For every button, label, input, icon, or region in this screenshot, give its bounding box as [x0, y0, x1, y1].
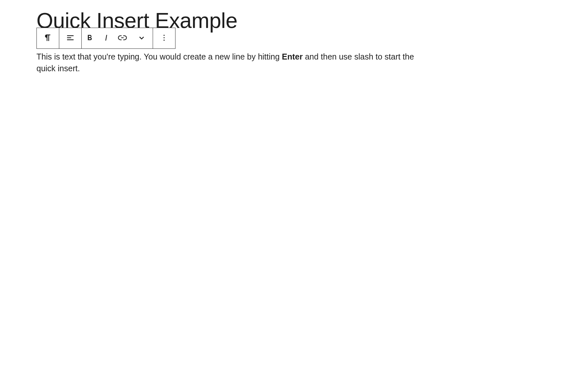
italic-button[interactable] [98, 28, 114, 48]
align-left-icon [65, 33, 75, 44]
block-toolbar [36, 28, 175, 49]
align-button[interactable] [59, 28, 81, 48]
toolbar-group-options [153, 28, 175, 48]
link-button[interactable] [114, 28, 131, 48]
bold-button[interactable] [82, 28, 98, 48]
link-icon [118, 33, 127, 44]
paragraph-strong: Enter [282, 52, 303, 61]
italic-icon [101, 33, 111, 44]
bold-icon [85, 33, 95, 44]
toolbar-group-block [37, 28, 59, 48]
paragraph-icon [43, 33, 53, 44]
chevron-down-icon [137, 33, 147, 44]
paragraph-block[interactable]: This is text that you're typing. You wou… [36, 51, 427, 74]
svg-point-3 [163, 35, 165, 36]
toolbar-group-align [59, 28, 82, 48]
block-type-button[interactable] [37, 28, 59, 48]
paragraph-text-before: This is text that you're typing. You wou… [36, 52, 282, 61]
svg-point-5 [163, 40, 165, 41]
toolbar-group-formatting [82, 28, 153, 48]
more-rich-text-button[interactable] [131, 28, 153, 48]
svg-point-4 [163, 37, 165, 38]
more-vertical-icon [159, 33, 169, 44]
editor-container: Quick Insert Example [0, 0, 573, 84]
options-button[interactable] [153, 28, 175, 48]
